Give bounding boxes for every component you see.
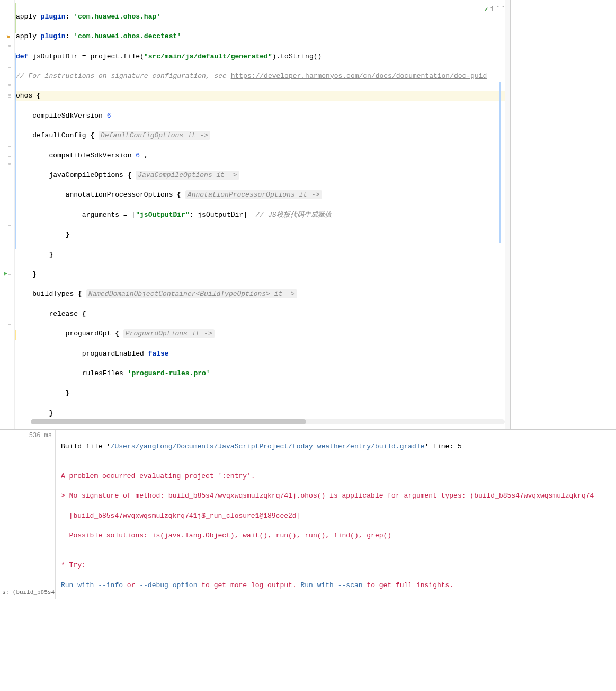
run-info-link[interactable]: Run with --info (61, 581, 123, 589)
console-tab[interactable]: s: (build_b85s47wv (0, 588, 55, 597)
fold-icon[interactable]: ⊟ (8, 63, 13, 68)
code-line[interactable]: defaultConfig { DefaultConfigOptions it … (15, 131, 510, 141)
console-line[interactable]: Possible solutions: is(java.lang.Object)… (61, 531, 611, 541)
code-line[interactable]: compatibleSdkVersion 6 , (15, 151, 510, 161)
error-stripe[interactable] (505, 0, 510, 429)
run-scan-link[interactable]: Run with --scan (301, 581, 363, 589)
console-line[interactable]: Run with --info or --debug option to get… (61, 581, 611, 591)
code-line[interactable]: } (15, 250, 510, 260)
code-line[interactable]: } (15, 409, 510, 419)
chevron-up-icon[interactable]: ˄ (496, 5, 499, 13)
fold-icon[interactable]: ⊟ (8, 83, 13, 88)
fold-icon[interactable]: ⊟ (8, 142, 13, 147)
inlay-hint: ProguardOptions it -> (123, 329, 215, 338)
problems-count: 1 (490, 6, 494, 13)
code-line[interactable]: arguments = ["jsOutputDir": jsOutputDir]… (15, 210, 510, 220)
console-line[interactable]: Build file '/Users/yangtong/Documents/Ja… (61, 442, 611, 452)
fold-icon[interactable]: ⊟ (8, 43, 13, 49)
preview-panel (510, 0, 616, 429)
code-line[interactable]: apply plugin: 'com.huawei.ohos.decctest' (15, 32, 510, 42)
build-duration: 536 ms (3, 432, 52, 439)
horizontal-scrollbar[interactable] (31, 419, 505, 424)
code-line[interactable]: // For instructions on signature configu… (15, 72, 510, 82)
code-line[interactable]: ohos { (15, 91, 510, 101)
code-line[interactable]: javaCompileOptions { JavaCompileOptions … (15, 171, 510, 181)
fold-icon[interactable]: ⊟ (8, 152, 13, 157)
code-line[interactable]: rulesFiles 'proguard-rules.pro' (15, 369, 510, 379)
code-line[interactable]: release { (15, 309, 510, 320)
scrollbar-thumb[interactable] (31, 419, 306, 424)
console-sidebar: 536 ms s: (build_b85s47wv (0, 430, 56, 599)
fold-icon[interactable]: ⊟ (8, 93, 13, 98)
code-line[interactable]: } (15, 230, 510, 240)
code-line[interactable]: } (15, 388, 510, 398)
console-output[interactable]: Build file '/Users/yangtong/Documents/Ja… (56, 430, 616, 599)
inlay-hint: JavaCompileOptions it -> (136, 171, 239, 180)
console-line[interactable]: [build_b85s47wvqxwqsmulzqkrq741j$_run_cl… (61, 511, 611, 521)
fold-icon[interactable]: ⊟ (8, 162, 13, 167)
code-line[interactable]: annotationProcessorOptions { AnnotationP… (15, 190, 510, 200)
code-line[interactable]: proguardEnabled false (15, 349, 510, 359)
file-link[interactable]: /Users/yangtong/Documents/JavaScriptProj… (111, 442, 425, 450)
code-line[interactable]: def jsOutputDir = project.file("src/main… (15, 52, 510, 62)
code-line[interactable]: compileSdkVersion 6 (15, 111, 510, 121)
inlay-hint: NamedDomainObjectContainer<BuildTypeOpti… (86, 289, 297, 298)
build-console: 536 ms s: (build_b85s47wv Build file '/U… (0, 429, 616, 599)
inspection-widget[interactable]: ✔ 1 ˄ ˅ (485, 5, 505, 13)
code-line[interactable]: } (15, 270, 510, 280)
code-line[interactable]: apply plugin: 'com.huawei.ohos.hap' (15, 12, 510, 22)
code-editor[interactable]: ✔ 1 ˄ ˅ apply plugin: 'com.huawei.ohos.h… (15, 0, 510, 429)
console-line[interactable]: > No signature of method: build_b85s47wv… (61, 491, 611, 501)
editor-pane: ▶ ⚑ ⊟ ⊟ ⊟ ⊟ ⊟ ⊟ ⊟ ⊟ ⊟ ⊟ ✔ 1 ˄ ˅ apply pl… (0, 0, 616, 429)
code-line[interactable]: proguardOpt { ProguardOptions it -> (15, 329, 510, 339)
check-icon: ✔ (485, 5, 488, 13)
fold-icon[interactable]: ⊟ (8, 270, 13, 276)
warning-gutter-icon[interactable]: ⚑ (6, 33, 10, 41)
debug-option-link[interactable]: --debug option (139, 581, 197, 589)
editor-gutter: ▶ ⚑ ⊟ ⊟ ⊟ ⊟ ⊟ ⊟ ⊟ ⊟ ⊟ ⊟ (0, 0, 15, 429)
fold-icon[interactable]: ⊟ (8, 320, 13, 325)
console-line[interactable]: * Try: (61, 561, 611, 571)
code-line[interactable]: buildTypes { NamedDomainObjectContainer<… (15, 289, 510, 299)
console-line[interactable]: A problem occurred evaluating project ':… (61, 472, 611, 482)
code-line[interactable]: } (15, 428, 510, 429)
inlay-hint: AnnotationProcessorOptions it -> (185, 190, 322, 199)
fold-icon[interactable]: ⊟ (8, 221, 13, 226)
doc-link[interactable]: https://developer.harmonyos.com/cn/docs/… (231, 72, 487, 80)
inlay-hint: DefaultConfigOptions it -> (99, 131, 210, 140)
